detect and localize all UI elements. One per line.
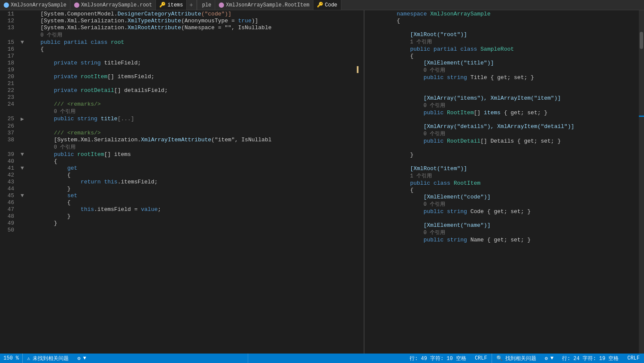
- line-code: }: [25, 185, 364, 192]
- line-code: }: [25, 213, 364, 220]
- tab-add-button[interactable]: +: [187, 2, 195, 9]
- line-code-right: public string Name { get; set; }: [390, 236, 644, 243]
- code-line: 22 private rootDetail[] detailsField;: [0, 87, 364, 94]
- expand-button: [19, 73, 25, 80]
- line-number: 45: [0, 192, 19, 199]
- right-code-lines: namespace XmlJsonArraySample{ [XmlRoot("…: [365, 10, 644, 245]
- line-number: 49: [0, 220, 19, 226]
- code-line-right: 0 个引用: [365, 229, 644, 236]
- expand-right: [384, 200, 390, 208]
- line-number-right: [365, 95, 384, 101]
- line-number-right: [365, 215, 384, 222]
- line-number-right: [365, 229, 384, 236]
- code-line-right: [XmlArray("details"), XmlArrayItem("deta…: [365, 123, 644, 130]
- expand-button: [19, 31, 25, 39]
- expand-button[interactable]: ▼: [19, 192, 25, 199]
- line-code: }: [25, 220, 364, 226]
- status-bar: 150 % ⚠ 未找到相关问题 ⚙ ▼ 行: 49 字符: 10 空格 CRLF…: [0, 354, 644, 363]
- error-icon-left: ⚠: [27, 355, 30, 362]
- line-number-right: [365, 165, 384, 172]
- tab-root[interactable]: ⬤ XmlJsonArraySample.root: [70, 0, 156, 10]
- left-code-area[interactable]: 11 [System.ComponentModel.DesignerCatego…: [0, 10, 364, 354]
- code-line: 25▶ public string title[...]: [0, 115, 364, 122]
- code-line-right: 0 个引用: [365, 130, 644, 137]
- status-tools-right[interactable]: ⚙ ▼: [541, 354, 558, 363]
- code-line: 18 private string titleField;: [0, 59, 364, 66]
- encoding-right: CRLF: [627, 355, 640, 361]
- code-line: 19: [0, 66, 364, 73]
- expand-button: [19, 46, 25, 52]
- status-errors-right: 🔍 找到相关问题: [492, 354, 541, 363]
- line-code: [25, 226, 364, 233]
- line-code-right: [XmlArray("details"), XmlArrayItem("deta…: [390, 123, 644, 130]
- line-number: 17: [0, 52, 19, 59]
- line-code: [System.Xml.Serialization.XmlArrayItemAt…: [25, 136, 364, 143]
- code-line-right: [365, 158, 644, 165]
- rtab-code[interactable]: 🔑 Code: [313, 0, 341, 10]
- code-line-right: [XmlElement("code")]: [365, 193, 644, 200]
- line-number-right: [365, 208, 384, 215]
- position-text-right: 行: 24 字符: 19 空格: [562, 355, 619, 362]
- tab-label-1: XmlJsonArraySample: [11, 2, 67, 8]
- line-code-right: [XmlElement("code")]: [390, 193, 644, 200]
- rtab-label-3: Code: [325, 2, 337, 8]
- expand-right: [384, 236, 390, 243]
- line-code: {: [25, 171, 364, 178]
- line-number-right: [365, 10, 384, 17]
- line-number-right: [365, 109, 384, 116]
- expand-button: [19, 220, 25, 226]
- expand-right: [384, 172, 390, 180]
- line-code-right: [390, 144, 644, 151]
- tab-xmljsonarraysample[interactable]: ⬤ XmlJsonArraySample: [0, 0, 70, 10]
- tab-items[interactable]: 🔑 items: [156, 0, 187, 10]
- rtab-rootitem[interactable]: ⬤ XmlJsonArraySample.RootItem: [215, 0, 313, 10]
- right-scrollbar[interactable]: [639, 10, 644, 354]
- class-icon: ⬤: [3, 2, 9, 8]
- line-code-right: public RootItem[] items { get; set; }: [390, 109, 644, 116]
- line-code-right: 0 个引用: [390, 200, 644, 208]
- expand-right: [384, 101, 390, 109]
- line-code: public rootItem[] items: [25, 151, 364, 158]
- line-number-right: [365, 38, 384, 46]
- code-line-right: 0 个引用: [365, 66, 644, 74]
- line-code: [25, 122, 364, 129]
- code-line: 15▼ public partial class root: [0, 39, 364, 46]
- line-code: [25, 66, 364, 73]
- line-number-right: [365, 144, 384, 151]
- line-number-right: [365, 17, 384, 24]
- line-code-right: [390, 215, 644, 222]
- expand-button[interactable]: ▼: [19, 39, 25, 46]
- right-code-area[interactable]: namespace XmlJsonArraySample{ [XmlRoot("…: [365, 10, 644, 354]
- line-code-right: [390, 88, 644, 95]
- expand-button[interactable]: ▼: [19, 165, 25, 171]
- status-position-left: 行: 49 字符: 10 空格: [405, 354, 471, 363]
- line-code: 0 个引用: [25, 31, 364, 39]
- rtab-ple[interactable]: ple: [199, 0, 216, 10]
- line-number: 19: [0, 66, 19, 73]
- line-number-right: [365, 186, 384, 193]
- expand-right: [384, 151, 390, 158]
- expand-button[interactable]: ▶: [19, 115, 25, 122]
- scrollbar-thumb[interactable]: [640, 32, 643, 49]
- status-errors-left: ⚠ 未找到相关问题: [23, 354, 73, 363]
- expand-right: [384, 66, 390, 74]
- expand-button[interactable]: ▼: [19, 151, 25, 158]
- expand-button: [19, 206, 25, 213]
- line-code-right: }: [390, 151, 644, 158]
- expand-button: [19, 66, 25, 73]
- line-code: [25, 94, 364, 101]
- line-code: /// <remarks/>: [25, 129, 364, 136]
- expand-right: [384, 186, 390, 193]
- rtab-icon-2: ⬤: [219, 2, 224, 8]
- line-code: private string titleField;: [25, 59, 364, 66]
- code-line-right: public RootDetail[] Details { get; set; …: [365, 137, 644, 144]
- line-code-right: {: [390, 17, 644, 24]
- line-code: return this.itemsField;: [25, 178, 364, 185]
- line-code-right: 0 个引用: [390, 130, 644, 137]
- class-icon-2: ⬤: [74, 2, 79, 8]
- status-tools[interactable]: ⚙ ▼: [73, 354, 90, 363]
- line-code: this.itemsField = value;: [25, 206, 364, 213]
- expand-right: [384, 52, 390, 59]
- line-code-right: [390, 81, 644, 88]
- line-code-right: [390, 116, 644, 123]
